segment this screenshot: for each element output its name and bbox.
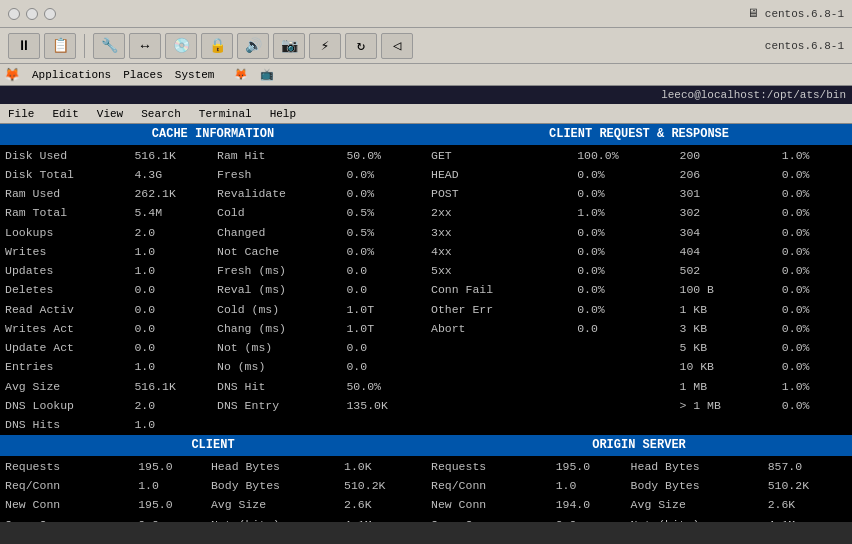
label: 3xx <box>428 224 572 241</box>
menu-view[interactable]: View <box>93 108 127 120</box>
menu-help[interactable]: Help <box>266 108 300 120</box>
val: 5.4M <box>131 204 212 221</box>
table-row: Conn Fail 0.0% 100 B 0.0% <box>428 281 850 298</box>
snapshot-button[interactable]: 📋 <box>44 33 76 59</box>
window-controls <box>8 8 56 20</box>
table-row: 4xx 0.0% 404 0.0% <box>428 243 850 260</box>
val: 1.0 <box>131 358 212 375</box>
cache-panel: Disk Used 516.1K Ram Hit 50.0% Disk Tota… <box>0 145 426 436</box>
label2: Reval (ms) <box>214 281 341 298</box>
label: Disk Used <box>2 147 129 164</box>
label: 4xx <box>428 243 572 260</box>
label: Read Activ <box>2 301 129 318</box>
table-row: Updates 1.0 Fresh (ms) 0.0 <box>2 262 424 279</box>
val: 1.0 <box>131 243 212 260</box>
label <box>428 358 572 375</box>
label2: 404 <box>677 243 777 260</box>
val2: 510.2K <box>765 477 850 494</box>
val: 100.0% <box>574 147 674 164</box>
places-menu[interactable]: Places <box>123 69 163 81</box>
label: Req/Conn <box>428 477 551 494</box>
val <box>574 358 674 375</box>
label2: 3 KB <box>677 320 777 337</box>
network-button[interactable]: ↔ <box>129 33 161 59</box>
applications-menu[interactable]: Applications <box>32 69 111 81</box>
val2: 0.0 <box>343 281 424 298</box>
table-row: 1 MB 1.0% <box>428 378 850 395</box>
menu-search[interactable]: Search <box>137 108 185 120</box>
table-row: Curr Conn 0.0 Net (bits) 4.1M <box>2 516 424 522</box>
userbar: leeco@localhost:/opt/ats/bin <box>0 86 852 104</box>
val: 0.0 <box>135 516 206 522</box>
menu-file[interactable]: File <box>4 108 38 120</box>
label2: 10 KB <box>677 358 777 375</box>
label2: Net (bits) <box>628 516 763 522</box>
menubar: File Edit View Search Terminal Help <box>0 104 852 124</box>
firefox-icon[interactable]: 🦊 <box>234 68 248 81</box>
val: 195.0 <box>553 458 626 475</box>
val2: 4.1M <box>341 516 424 522</box>
audio-button[interactable]: 🔊 <box>237 33 269 59</box>
maximize-button[interactable] <box>44 8 56 20</box>
val2: 0.0% <box>779 224 850 241</box>
val2: 0.0% <box>779 281 850 298</box>
val: 1.0 <box>553 477 626 494</box>
table-row: Entries 1.0 No (ms) 0.0 <box>2 358 424 375</box>
label2: 200 <box>677 147 777 164</box>
menu-terminal[interactable]: Terminal <box>195 108 256 120</box>
label2: Avg Size <box>628 496 763 513</box>
label: Entries <box>2 358 129 375</box>
label: POST <box>428 185 572 202</box>
table-row: Abort 0.0 3 KB 0.0% <box>428 320 850 337</box>
val2: 0.0% <box>343 166 424 183</box>
minimize-button[interactable] <box>26 8 38 20</box>
val2 <box>343 416 424 433</box>
val2: 0.5% <box>343 204 424 221</box>
label <box>428 397 572 414</box>
label2: DNS Entry <box>214 397 341 414</box>
label2: Fresh (ms) <box>214 262 341 279</box>
table-row: POST 0.0% 301 0.0% <box>428 185 850 202</box>
client-section-table: Requests 195.0 Head Bytes 1.0K Req/Conn … <box>0 456 426 522</box>
arrow-button[interactable]: ◁ <box>381 33 413 59</box>
table-row: 5xx 0.0% 502 0.0% <box>428 262 850 279</box>
camera-button[interactable]: 📷 <box>273 33 305 59</box>
val2: 510.2K <box>341 477 424 494</box>
label2: Head Bytes <box>628 458 763 475</box>
lock-button[interactable]: 🔒 <box>201 33 233 59</box>
refresh-button[interactable]: ↻ <box>345 33 377 59</box>
label2: 304 <box>677 224 777 241</box>
label: Ram Used <box>2 185 129 202</box>
val2: 0.0 <box>343 339 424 356</box>
label: Requests <box>428 458 551 475</box>
val2: 1.0K <box>341 458 424 475</box>
label2: Cold <box>214 204 341 221</box>
close-button[interactable] <box>8 8 20 20</box>
usb-button[interactable]: ⚡ <box>309 33 341 59</box>
table-row: Lookups 2.0 Changed 0.5% <box>2 224 424 241</box>
window-title-area: 🖥 centos.6.8-1 <box>747 6 844 21</box>
table-row: GET 100.0% 200 1.0% <box>428 147 850 164</box>
label2: Avg Size <box>208 496 339 513</box>
label2: 1 KB <box>677 301 777 318</box>
val: 0.0 <box>131 301 212 318</box>
val2: 0.0% <box>779 339 850 356</box>
client-req-panel: GET 100.0% 200 1.0% HEAD 0.0% 206 0.0% P… <box>426 145 852 436</box>
disk-button[interactable]: 💿 <box>165 33 197 59</box>
label2: Body Bytes <box>208 477 339 494</box>
pause-button[interactable]: ⏸ <box>8 33 40 59</box>
terminal-window[interactable]: CACHE INFORMATION CLIENT REQUEST & RESPO… <box>0 124 852 522</box>
val: 195.0 <box>135 458 206 475</box>
cache-header: CACHE INFORMATION <box>0 124 426 145</box>
settings-button[interactable]: 🔧 <box>93 33 125 59</box>
menu-edit[interactable]: Edit <box>48 108 82 120</box>
label2: 1 MB <box>677 378 777 395</box>
val: 0.0% <box>574 301 674 318</box>
val <box>574 378 674 395</box>
label2: > 1 MB <box>677 397 777 414</box>
val: 516.1K <box>131 378 212 395</box>
label2: Not Cache <box>214 243 341 260</box>
system-menu[interactable]: System <box>175 69 215 81</box>
terminal-icon[interactable]: 📺 <box>260 68 274 81</box>
table-row: 5 KB 0.0% <box>428 339 850 356</box>
